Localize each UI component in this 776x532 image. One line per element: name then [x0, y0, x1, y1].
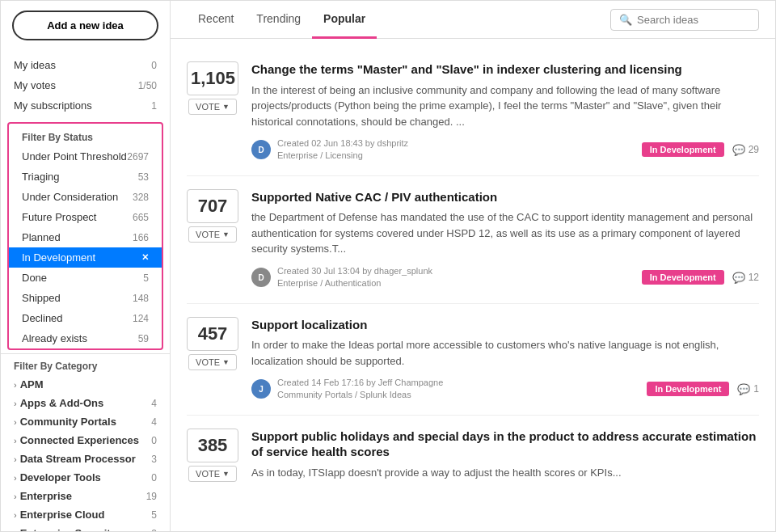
idea-description: As in today, ITSIapp doesn't provide a w…	[251, 465, 759, 481]
sidebar-status-filter-0[interactable]: Under Point Threshold2697	[9, 146, 162, 167]
vote-arrow-icon: ▼	[222, 358, 230, 366]
vote-box: 457 VOTE▼	[187, 317, 238, 402]
idea-card-2: 457 VOTE▼ Support localization In order …	[187, 304, 759, 416]
sidebar-category-7[interactable]: ›Enterprise Cloud5	[1, 505, 170, 524]
sidebar-status-filter-5[interactable]: In Development✕	[9, 247, 162, 268]
vote-count: 385	[187, 429, 238, 462]
my-subscriptions-count: 1	[151, 100, 157, 112]
meta-text: Created 02 Jun 18:43 by dshpritzEnterpri…	[277, 137, 408, 163]
status-filter-count: 328	[133, 192, 149, 203]
status-filter-count: 59	[138, 333, 149, 344]
status-filter-label: Done	[22, 272, 47, 284]
sidebar-category-8[interactable]: ›Enterprise Security3	[1, 524, 170, 531]
tab-trending[interactable]: Trending	[245, 1, 312, 39]
category-label: Enterprise Cloud	[20, 509, 105, 521]
idea-title[interactable]: Change the terms "Master" and "Slave" in…	[251, 61, 759, 78]
category-label: Enterprise	[20, 490, 72, 502]
sidebar-status-filter-3[interactable]: Future Prospect665	[9, 207, 162, 227]
search-input[interactable]	[637, 14, 750, 26]
status-filter-count: 5	[143, 272, 149, 284]
sidebar: Add a new idea My ideas 0 My votes 1/50 …	[1, 1, 171, 531]
vote-button[interactable]: VOTE▼	[188, 99, 237, 115]
avatar: D	[251, 140, 271, 159]
idea-description: the Department of Defense has mandated t…	[251, 209, 759, 257]
category-count: 3	[151, 454, 157, 465]
chevron-right-icon: ›	[14, 417, 17, 427]
search-wrap[interactable]: 🔍	[610, 9, 759, 31]
sidebar-status-filter-9[interactable]: Already exists59	[9, 328, 162, 348]
status-filter-label: Under Point Threshold	[22, 150, 127, 163]
status-filter-label: Triaging	[22, 171, 59, 183]
filter-status-header: Filter By Status	[9, 127, 162, 146]
chevron-right-icon: ›	[14, 454, 17, 464]
comment-count: 💬29	[732, 144, 759, 156]
sidebar-category-5[interactable]: ›Developer Tools0	[1, 468, 170, 487]
sidebar-status-filter-8[interactable]: Declined124	[9, 308, 162, 328]
status-badge: In Development	[642, 142, 724, 157]
category-count: 5	[151, 509, 157, 521]
status-filter-count: 665	[133, 212, 149, 223]
tab-recent[interactable]: Recent	[187, 1, 245, 39]
status-filter-label: Under Consideration	[22, 191, 118, 203]
comment-count: 💬12	[732, 272, 759, 284]
status-filter-label: Declined	[22, 312, 63, 324]
chevron-right-icon: ›	[14, 380, 17, 390]
active-filter-close-icon[interactable]: ✕	[141, 252, 149, 263]
category-label: Connected Experiences	[20, 434, 139, 446]
sidebar-status-filter-7[interactable]: Shipped148	[9, 288, 162, 308]
category-count: 4	[151, 398, 157, 409]
vote-label: VOTE	[196, 357, 220, 367]
status-filter-count: 2697	[127, 151, 149, 163]
sidebar-status-filter-6[interactable]: Done5	[9, 268, 162, 288]
sidebar-status-filter-1[interactable]: Triaging53	[9, 167, 162, 187]
chevron-right-icon: ›	[14, 510, 17, 520]
vote-count: 707	[187, 189, 238, 223]
idea-card-1: 707 VOTE▼ Supported Native CAC / PIV aut…	[187, 176, 759, 304]
vote-button[interactable]: VOTE▼	[188, 226, 237, 243]
sidebar-item-my-ideas[interactable]: My ideas 0	[1, 55, 170, 75]
sidebar-category-1[interactable]: ›Apps & Add-Ons4	[1, 394, 170, 412]
category-label: Enterprise Security	[20, 527, 116, 531]
category-filters: ›APM›Apps & Add-Ons4›Community Portals4›…	[1, 375, 170, 531]
status-filter-label: Already exists	[22, 332, 87, 344]
my-ideas-label: My ideas	[14, 59, 56, 71]
sidebar-status-filter-4[interactable]: Planned166	[9, 227, 162, 247]
idea-card-3: 385 VOTE▼ Support public holidays and sp…	[187, 416, 759, 502]
vote-button[interactable]: VOTE▼	[188, 354, 237, 370]
idea-title[interactable]: Supported Native CAC / PIV authenticatio…	[251, 189, 759, 205]
category-label: Community Portals	[20, 416, 116, 428]
sidebar-category-2[interactable]: ›Community Portals4	[1, 412, 170, 431]
vote-label: VOTE	[196, 230, 220, 239]
vote-button[interactable]: VOTE▼	[188, 466, 237, 482]
chevron-right-icon: ›	[14, 529, 17, 532]
category-label: APM	[20, 378, 44, 391]
sidebar-category-6[interactable]: ›Enterprise19	[1, 487, 170, 505]
sidebar-category-0[interactable]: ›APM	[1, 375, 170, 394]
status-filter-count: 166	[133, 232, 149, 243]
my-votes-label: My votes	[14, 79, 56, 91]
vote-label: VOTE	[196, 102, 220, 112]
sidebar-category-4[interactable]: ›Data Stream Processor3	[1, 450, 170, 468]
idea-title[interactable]: Support public holidays and special days…	[251, 429, 759, 460]
comment-icon: 💬	[732, 272, 745, 284]
my-votes-count: 1/50	[138, 80, 157, 91]
sidebar-category-3[interactable]: ›Connected Experiences0	[1, 431, 170, 450]
sidebar-status-filter-2[interactable]: Under Consideration328	[9, 187, 162, 207]
filter-category-header: Filter By Category	[1, 353, 170, 375]
category-count: 19	[146, 491, 157, 502]
sidebar-item-my-subscriptions[interactable]: My subscriptions 1	[1, 95, 170, 116]
status-filter-label: In Development	[22, 251, 95, 264]
idea-content: Support public holidays and special days…	[251, 429, 759, 489]
status-badge: In Development	[642, 270, 724, 285]
tab-popular[interactable]: Popular	[312, 1, 377, 39]
status-filter-label: Shipped	[22, 292, 61, 304]
idea-title[interactable]: Support localization	[251, 317, 759, 333]
main-content: RecentTrendingPopular 🔍 1,105 VOTE▼ Chan…	[171, 1, 775, 531]
chevron-right-icon: ›	[14, 473, 17, 483]
tabs-container: RecentTrendingPopular	[187, 1, 377, 38]
sidebar-item-my-votes[interactable]: My votes 1/50	[1, 75, 170, 95]
category-label: Developer Tools	[20, 471, 101, 483]
add-idea-button[interactable]: Add a new idea	[12, 11, 158, 40]
vote-box: 1,105 VOTE▼	[187, 61, 238, 163]
meta-text: Created 30 Jul 13:04 by dhager_splunkEnt…	[277, 265, 432, 290]
